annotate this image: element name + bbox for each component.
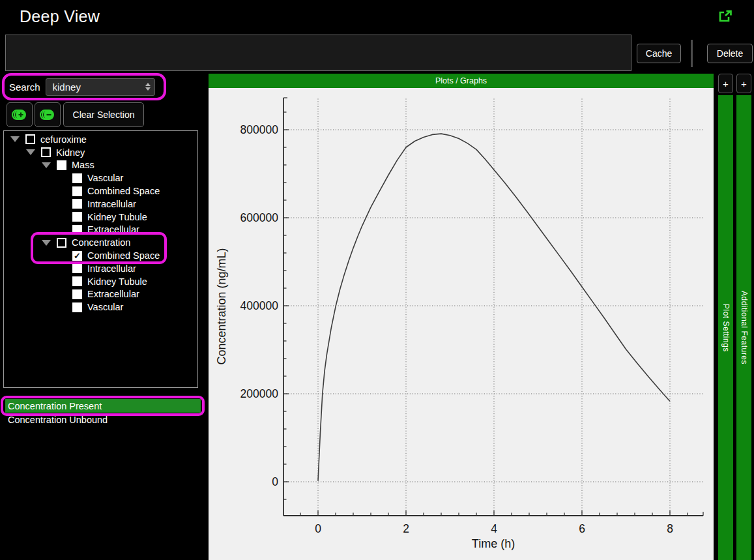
list-item[interactable]: Concentration Present [5,399,201,413]
search-label: Search [9,81,40,93]
tree-item-label: Combined Space [87,186,160,196]
checkbox-unchecked[interactable] [72,186,82,196]
species-tree-panel: cefuroximeKidneyMassVascularCombined Spa… [3,130,198,388]
tree-item-label: Mass [72,160,94,170]
page-title: Deep View [20,7,100,26]
tree-item[interactable]: Vascular [4,301,197,314]
svg-text:2: 2 [403,522,409,535]
tree-item[interactable]: Kidney Tubule [4,275,197,288]
checkbox-unchecked[interactable] [72,173,82,183]
expander-triangle-icon[interactable] [10,136,20,142]
svg-text:200000: 200000 [240,387,279,400]
tree-item[interactable]: Extracellular [4,224,197,237]
side-tab-label: Additional Features [740,291,749,364]
tree-item-label: Concentration [72,237,130,248]
tree-item-label: Intracellular [87,263,136,274]
x-axis-title: Time (h) [472,537,515,550]
deep-view-window: Deep View Cache Delete Search kidney [0,0,754,560]
tree-item-label: Kidney Tubule [87,212,147,222]
svg-text:800000: 800000 [240,123,279,136]
open-external-icon[interactable] [718,10,732,23]
svg-text:8: 8 [667,522,673,535]
tree-item-label: Combined Space [87,250,160,261]
plots-graphs-header: Plots / Graphs [209,74,714,88]
search-input[interactable]: kidney [46,78,155,96]
svg-text:4: 4 [491,522,497,535]
expander-triangle-icon[interactable] [26,149,35,155]
tree-item-label: Vascular [87,173,123,183]
svg-text:0: 0 [272,475,278,488]
tree-item[interactable]: ✓Combined Space [4,249,197,262]
axis-ticks [283,112,688,516]
clear-selection-button[interactable]: Clear Selection [63,102,144,127]
tree-item-label: Extracellular [87,224,139,235]
svg-text:600000: 600000 [240,211,279,224]
checkbox-checked[interactable]: ✓ [72,251,82,261]
delete-button[interactable]: Delete [707,44,753,63]
cache-button[interactable]: Cache [637,44,681,63]
add-additional-features-button[interactable]: + [736,74,751,93]
concentration-time-chart: 024680200000400000600000800000Time (h)Co… [209,88,714,560]
tree-item[interactable]: cefuroxime [4,133,197,146]
toolbar-divider [691,40,693,67]
tree-item[interactable]: Kidney [4,146,197,159]
tree-item[interactable]: Kidney Tubule [4,211,197,224]
checkbox-partial[interactable] [57,238,66,248]
tree-item[interactable]: Intracellular [4,198,197,211]
svg-text:6: 6 [579,522,585,535]
tree-item-label: Intracellular [87,199,136,209]
search-value: kidney [53,81,145,93]
gridlines [283,98,703,516]
list-item[interactable]: Concentration Unbound [5,413,201,426]
tree-item-label: Kidney Tubule [87,276,147,287]
tree-item[interactable]: Mass [4,159,197,172]
checkbox-unchecked[interactable] [72,289,82,299]
plot-area: 024680200000400000600000800000Time (h)Co… [209,88,714,560]
tree-item[interactable]: Combined Space [4,184,197,198]
checkbox-unchecked[interactable] [57,160,66,170]
checkbox-partial[interactable] [25,134,35,144]
expander-triangle-icon[interactable] [42,162,51,168]
checkbox-unchecked[interactable] [72,199,82,209]
combobox-spinner-icon[interactable] [145,83,151,91]
tree-item-label: Extracellular [87,289,139,299]
y-axis-title: Concentration (ng/mL) [215,248,228,364]
tree-item[interactable]: Intracellular [4,262,197,275]
checkbox-unchecked[interactable] [72,302,82,312]
tree-item[interactable]: Concentration [4,236,197,249]
tree-item[interactable]: Vascular [4,171,197,184]
expander-triangle-icon[interactable] [42,240,51,246]
tree-item-label: cefuroxime [40,134,87,145]
tree-item[interactable]: Extracellular [4,288,197,301]
checkbox-unchecked[interactable] [72,263,82,273]
tree-item-label: Kidney [56,147,85,158]
tab-additional-features[interactable]: Additional Features [736,95,751,560]
concentration-type-list: Concentration PresentConcentration Unbou… [5,399,201,426]
checkbox-unchecked[interactable] [72,212,82,222]
add-layers-button[interactable] [7,102,33,127]
notes-input[interactable] [5,35,631,71]
checkbox-partial[interactable] [41,147,51,157]
checkbox-unchecked[interactable] [72,276,82,286]
svg-text:0: 0 [315,522,321,535]
side-tab-label: Plot Settings [721,304,731,352]
tab-plot-settings[interactable]: Plot Settings [718,95,733,560]
axes [283,98,703,516]
checkbox-unchecked[interactable] [72,225,82,235]
add-plot-settings-button[interactable]: + [718,74,733,93]
svg-text:400000: 400000 [240,299,279,312]
remove-layers-button[interactable] [35,102,61,127]
add-layers-icon [11,107,28,123]
tree-item-label: Vascular [87,302,123,312]
remove-layers-icon [39,107,56,123]
search-annotation-ring: Search kidney [2,73,166,100]
